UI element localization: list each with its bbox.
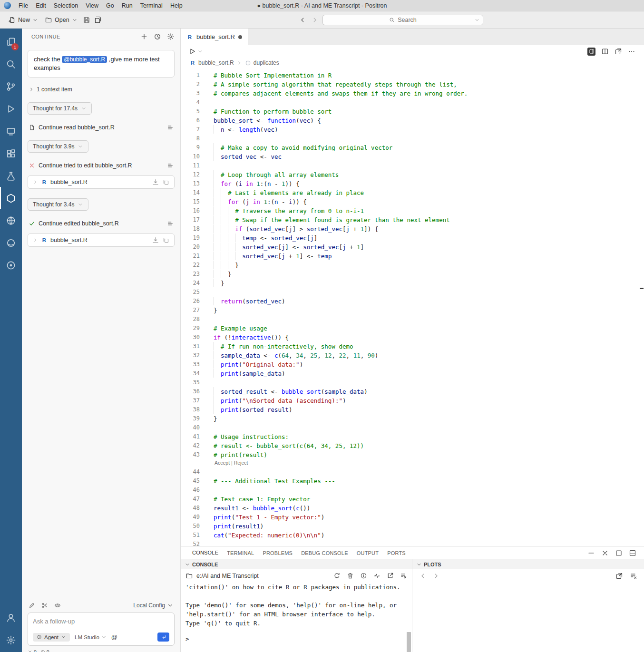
followup-input[interactable]: [33, 618, 169, 625]
menu-terminal[interactable]: Terminal: [137, 1, 166, 10]
activity-jupyter[interactable]: [0, 232, 22, 254]
open-plot-window-icon[interactable]: [615, 572, 623, 580]
tool-output-icon[interactable]: [167, 220, 174, 227]
send-button[interactable]: [157, 633, 169, 642]
thought-toggle[interactable]: Thought for 17.4s: [28, 102, 92, 115]
new-button[interactable]: New: [5, 14, 41, 26]
thought-toggle[interactable]: Thought for 3.9s: [28, 140, 88, 153]
mode-selector[interactable]: Agent: [33, 633, 70, 642]
console-section-header[interactable]: CONSOLE: [181, 559, 412, 569]
console-output[interactable]: 'citation()' on how to cite R or R packa…: [181, 582, 412, 652]
apply-code-icon[interactable]: [152, 236, 159, 244]
error-count: 0: [34, 649, 37, 652]
accept-button[interactable]: Accept: [215, 460, 230, 466]
activity-extensions[interactable]: [0, 142, 22, 165]
panel-tab-debug-console[interactable]: DEBUG CONSOLE: [301, 546, 348, 559]
activity-account[interactable]: [0, 606, 22, 629]
activity-assistant[interactable]: [0, 254, 22, 276]
history-icon[interactable]: [154, 33, 161, 40]
tab-bubble-sort[interactable]: R bubble_sort.R: [181, 29, 248, 45]
file-mention-chip[interactable]: @bubble_sort.R: [62, 56, 107, 63]
panel-tab-ports[interactable]: PORTS: [387, 546, 406, 559]
panel-tab-console[interactable]: CONSOLE: [192, 546, 218, 559]
menu-help[interactable]: Help: [166, 1, 186, 10]
split-editor-icon[interactable]: [601, 48, 609, 55]
activity-run-and-debug[interactable]: [0, 97, 22, 120]
menu-edit[interactable]: Edit: [32, 1, 50, 10]
menu-go[interactable]: Go: [102, 1, 118, 10]
gear-icon[interactable]: [167, 33, 175, 40]
panel-tab-terminal[interactable]: TERMINAL: [227, 546, 254, 559]
activity-sessions[interactable]: [0, 120, 22, 142]
followup-input-card[interactable]: Agent LM Studio @: [28, 613, 175, 646]
activity-search[interactable]: [0, 53, 22, 75]
snippet-icon[interactable]: [41, 602, 48, 609]
preview-icon[interactable]: [54, 602, 61, 609]
clear-console-icon[interactable]: [400, 572, 407, 579]
console-prompt[interactable]: >: [185, 634, 407, 643]
menu-file[interactable]: File: [15, 1, 32, 10]
thought-toggle[interactable]: Thought for 3.4s: [28, 198, 88, 211]
line-number: 10: [181, 152, 200, 161]
chevron-down-icon: [101, 634, 107, 640]
run-button[interactable]: [188, 48, 203, 55]
search-box[interactable]: Search: [322, 15, 483, 25]
menu-selection[interactable]: Selection: [50, 1, 82, 10]
new-session-icon[interactable]: [140, 33, 148, 40]
activity-testing[interactable]: [0, 165, 22, 187]
tool-output-icon[interactable]: [167, 124, 174, 131]
export-console-icon[interactable]: [387, 572, 394, 579]
console-scrollbar[interactable]: [407, 632, 411, 652]
user-message[interactable]: check the @bubble_sort.R ,give me more t…: [28, 50, 175, 78]
activity-continue[interactable]: [0, 187, 22, 209]
next-plot-icon[interactable]: [432, 572, 440, 580]
forward-icon[interactable]: [310, 15, 320, 25]
clear-plots-icon[interactable]: [630, 572, 637, 580]
activity-connections[interactable]: [0, 209, 22, 232]
plots-section-header[interactable]: PLOTS: [412, 559, 644, 569]
activity-source-control[interactable]: [0, 75, 22, 97]
panel-tab-problems[interactable]: PROBLEMS: [263, 546, 293, 559]
copy-code-icon[interactable]: [162, 178, 170, 186]
save-icon[interactable]: [81, 14, 92, 26]
close-panel-icon[interactable]: [601, 549, 609, 557]
code-block[interactable]: Rbubble_sort.R: [28, 234, 175, 247]
apply-code-icon[interactable]: [152, 178, 159, 186]
open-button[interactable]: Open: [41, 14, 81, 26]
code-line: 9# Make a copy to avoid modifying origin…: [181, 143, 644, 152]
breadcrumb-symbol[interactable]: duplicates: [254, 59, 279, 66]
menu-run[interactable]: Run: [118, 1, 137, 10]
info-icon[interactable]: [360, 572, 367, 579]
breadcrumb-file[interactable]: bubble_sort.R: [198, 59, 234, 66]
activity-settings[interactable]: [0, 629, 22, 651]
activity-icon[interactable]: [373, 572, 381, 579]
session-label[interactable]: e:/AI and ME Transcript: [196, 573, 259, 579]
save-all-icon[interactable]: [92, 14, 104, 26]
inline-diff-icon[interactable]: [587, 48, 595, 56]
minimize-panel-icon[interactable]: [587, 549, 595, 557]
tool-output-icon[interactable]: [167, 162, 174, 169]
reject-button[interactable]: Reject: [234, 460, 248, 466]
code-block[interactable]: Rbubble_sort.R: [28, 175, 175, 189]
restart-icon[interactable]: [333, 572, 341, 579]
dirty-indicator-icon[interactable]: [238, 35, 242, 39]
maximize-panel-icon[interactable]: [615, 549, 623, 557]
context-items-toggle[interactable]: 1 context item: [29, 86, 174, 93]
edit-icon[interactable]: [29, 602, 35, 609]
more-actions-icon[interactable]: [628, 48, 635, 55]
model-selector[interactable]: LM Studio: [75, 634, 107, 640]
trash-icon[interactable]: [347, 572, 354, 579]
at-mention-icon[interactable]: @: [111, 633, 117, 641]
code-line: 51cat("Expected: numeric(0)\n\n"): [181, 531, 644, 540]
previous-plot-icon[interactable]: [419, 572, 427, 580]
panel-layout-icon[interactable]: [629, 549, 636, 557]
search-icon: [6, 59, 16, 69]
panel-tab-output[interactable]: OUTPUT: [357, 546, 379, 559]
copy-code-icon[interactable]: [162, 236, 170, 244]
config-selector[interactable]: Local Config: [133, 602, 174, 609]
menu-view[interactable]: View: [82, 1, 102, 10]
code-editor[interactable]: 1# Bubble Sort Implementation in R2# A s…: [181, 68, 644, 546]
open-in-window-icon[interactable]: [615, 48, 622, 55]
back-icon[interactable]: [298, 15, 307, 25]
activity-explorer[interactable]: 1: [0, 30, 22, 53]
